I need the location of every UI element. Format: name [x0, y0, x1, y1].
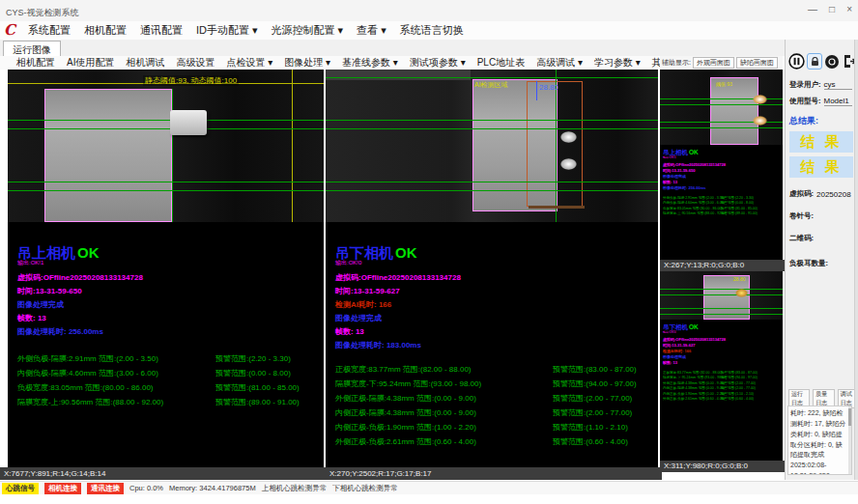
qr-value	[816, 235, 852, 243]
highlight-blob	[735, 289, 748, 297]
app-logo-icon: C	[4, 21, 15, 40]
lower-camera-panel: AI检测区域 28.80 吊下相机OK 输出:OK!0 虚拟码:OFfline2…	[326, 70, 658, 467]
tool-camera-debug[interactable]: 相机调试	[120, 56, 170, 70]
upper-camera-cursor-status: X:7677;Y:891;R:14;G:14;B:14	[0, 467, 328, 480]
minimize-button[interactable]: —	[808, 4, 817, 14]
toolbar: 相机配置 AI使用配置 相机调试 高级设置 点检设置 ▾ 图像处理 ▾ 基准线参…	[0, 56, 658, 70]
threshold-overlay-label: 静态阈值:93, 动态阈值:100	[143, 75, 239, 86]
tab-strip: 运行图像	[0, 40, 785, 56]
upper-camera-readout: 吊上相机OK 输出:OK!1 虚拟码:OFfline20250208133134…	[8, 222, 324, 409]
tool-learning-params[interactable]: 学习参数 ▾	[588, 56, 646, 70]
result-ok-text: OK	[395, 244, 417, 261]
process-time-line: 图像处理耗时: 183.00ms	[335, 339, 652, 352]
process-done-line: 图像处理完成	[335, 312, 652, 325]
highlight-blob	[560, 158, 577, 170]
window-title: CYS-视觉检测系统	[6, 7, 79, 19]
qr-row: 二维码:	[789, 234, 852, 243]
login-user-label: 登录用户:	[789, 80, 821, 90]
tool-camera-config[interactable]: 相机配置	[11, 56, 61, 70]
aux-lower-cursor-status: X:311;Y:980;R:0;G:0;B:0	[660, 461, 786, 472]
result-badge-upper: 结 果	[789, 131, 853, 153]
heartbeat-indicator: 心跳信号	[2, 483, 39, 494]
upper-measurements: 外侧负极-隔膜:2.91mm 范围:(2.00 - 3.50)预警范围:(2.2…	[17, 351, 318, 409]
measurement-row: 内侧正极-隔膜:4.38mm 范围:(0.00 - 9.00)预警范围:(2.0…	[335, 406, 652, 420]
aux-tab-defect[interactable]: 缺陷画面图	[736, 57, 778, 69]
upper-camera-image[interactable]: 静态阈值:93, 动态阈值:100	[8, 70, 324, 222]
ai-region-overlay-label: AI检测区域	[474, 80, 508, 90]
aux-upper-cursor-status: X:267;Y:13;R:0;G:0;B:0	[660, 260, 786, 271]
tool-ai-usage-config[interactable]: AI使用配置	[61, 56, 120, 70]
camera-connection-indicator: 相机连接	[44, 483, 81, 494]
log-text: 耗时: 222, 缺陷检测耗时: 17, 缺陷分类耗时: 0, 缺陷提取分区耗时…	[790, 409, 846, 475]
aux-upper-image[interactable]: 阈值:93	[660, 70, 783, 145]
measurement-row: 外侧正极-负极:2.61mm 范围:(0.60 - 4.00)预警范围:(0.6…	[335, 434, 652, 449]
highlight-blob	[753, 95, 767, 104]
menu-system-config[interactable]: 系统配置	[21, 21, 77, 40]
measure-value-overlay: 28.80	[539, 83, 558, 92]
menu-camera-config[interactable]: 相机配置	[77, 21, 133, 40]
needle-label: 卷针号:	[789, 211, 814, 221]
tab-count-label: 负极耳数量:	[789, 259, 828, 268]
model-row: 使用型号: Model1	[789, 97, 852, 106]
aux-ai-overlay: 28.80	[733, 276, 746, 282]
tool-spot-check[interactable]: 点检设置 ▾	[220, 56, 278, 70]
model-value[interactable]: Model1	[824, 97, 853, 106]
lower-heartbeat-warning: 下相机心跳检测异常	[332, 484, 398, 493]
measurement-row: 正极宽度:83.77mm 范围:(82.00 - 88.00)预警范围:(83.…	[335, 362, 652, 377]
lens-button[interactable]	[824, 53, 840, 70]
lower-measurements: 正极宽度:83.77mm 范围:(82.00 - 88.00)预警范围:(83.…	[335, 362, 652, 449]
measurement-row: 外侧正极-隔膜:4.38mm 范围:(0.00 - 9.00)预警范围:(2.0…	[335, 391, 652, 406]
aux-upper-readout: 吊上相机OK 输出:OK!1 虚拟码:OFfline20250208133134…	[660, 145, 783, 216]
tool-advanced-settings[interactable]: 高级设置	[170, 56, 220, 70]
highlight-blob	[560, 131, 577, 143]
measurement-row: 内侧正极-负极:1.90mm 范围:(1.00 - 2.20)预警范围:(1.1…	[335, 420, 652, 434]
log-textarea[interactable]: 耗时: 222, 缺陷检测耗时: 17, 缺陷分类耗时: 0, 缺陷提取分区耗时…	[787, 406, 852, 475]
maximize-button[interactable]: □	[829, 4, 835, 14]
lower-camera-cursor-status: X:270;Y:2502;R:17;G:17;B:17	[326, 467, 662, 480]
lower-camera-image[interactable]: AI检测区域 28.80	[326, 70, 658, 222]
pause-button[interactable]	[788, 53, 805, 70]
menu-comm-config[interactable]: 通讯配置	[133, 21, 189, 40]
menu-language-switch[interactable]: 系统语言切换	[393, 21, 471, 40]
login-user-row: 登录用户: cys	[789, 80, 852, 90]
close-button[interactable]: ×	[846, 4, 852, 14]
virtual-code-value: 20250208	[816, 190, 852, 199]
measurement-row: 负极宽度:83.05mm 范围:(80.00 - 86.00)预警范围:(81.…	[17, 380, 318, 395]
result-ok-text: OK	[77, 244, 100, 261]
needle-value	[816, 212, 852, 221]
status-bar: 心跳信号 相机连接 通讯连接 Cpu: 0.0% Memory: 3424.41…	[0, 481, 858, 494]
measurement-row: 隔膜宽度-下:95.24mm 范围:(93.00 - 98.00)预警范围:(9…	[335, 377, 652, 391]
aux-lower-image[interactable]: 28.80	[660, 271, 783, 320]
qr-label: 二维码:	[789, 234, 814, 243]
connector-object	[170, 110, 207, 135]
control-panel: 登录用户: cys 使用型号: Model1 总结果: 结 果 结 果 虚拟码:…	[785, 40, 858, 480]
menu-light-control[interactable]: 光源控制配置 ▾	[265, 21, 351, 40]
tool-plc-address[interactable]: PLC地址表	[472, 56, 530, 70]
upper-heartbeat-warning: 上相机心跳检测异常	[262, 484, 328, 493]
tool-test-params[interactable]: 测试项参数 ▾	[404, 56, 472, 70]
time-line: 时间:13-31-59-627	[335, 285, 652, 298]
title-bar: CYS-视觉检测系统 — □ ×	[0, 0, 858, 22]
log-scrollbar[interactable]	[848, 406, 851, 474]
time-line: 时间:13-31-59-650	[17, 285, 318, 298]
menu-id-manual-config[interactable]: ID手动配置 ▾	[189, 21, 265, 40]
menu-bar: C 系统配置 相机配置 通讯配置 ID手动配置 ▾ 光源控制配置 ▾ 查看 ▾ …	[0, 21, 858, 41]
measurement-row: 外侧负极-隔膜:2.91mm 范围:(2.00 - 3.50)预警范围:(2.2…	[17, 351, 318, 366]
menu-view[interactable]: 查看 ▾	[350, 21, 393, 40]
aux-header: 辅助显示: 外观画面图 缺陷画面图	[660, 56, 783, 70]
measurement-row: 隔膜宽度-上:90.56mm 范围:(88.00 - 92.00)预警范围:(8…	[17, 395, 318, 409]
panel-scrollbar[interactable]	[854, 40, 858, 480]
aux-upper-panel: 阈值:93 吊上相机OK 输出:OK!1 虚拟码:OFfline20250208…	[660, 70, 783, 260]
virtual-code-row: 虚拟码: 20250208	[789, 189, 852, 199]
frame-line: 帧数: 13	[335, 325, 652, 339]
aux-tab-appearance[interactable]: 外观画面图	[693, 57, 734, 69]
tool-advanced-debug[interactable]: 高级调试 ▾	[530, 56, 588, 70]
tool-image-processing[interactable]: 图像处理 ▾	[278, 56, 336, 70]
upper-camera-panel: 静态阈值:93, 动态阈值:100 吊上相机OK 输出:OK!1 虚拟码:OFf…	[8, 70, 324, 467]
tool-baseline-params[interactable]: 基准线参数 ▾	[336, 56, 404, 70]
result-badge-lower: 结 果	[789, 156, 853, 178]
lock-button[interactable]	[807, 53, 822, 70]
virtual-code-label: 虚拟码:	[789, 189, 814, 199]
cpu-usage: Cpu: 0.0%	[129, 484, 163, 492]
frame-line: 帧数: 13	[17, 312, 318, 325]
